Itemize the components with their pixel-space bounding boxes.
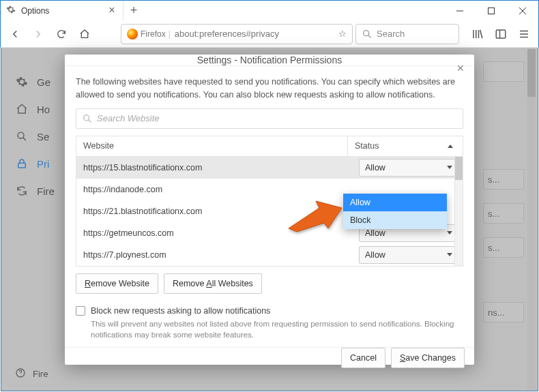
svg-line-9 [480, 30, 482, 38]
block-new-requests-row[interactable]: Block new requests asking to allow notif… [76, 306, 463, 316]
menu-button[interactable] [514, 24, 534, 44]
close-window-button[interactable] [507, 1, 538, 20]
svg-point-19 [84, 115, 89, 120]
status-select[interactable]: Allow [359, 159, 458, 177]
remove-website-button[interactable]: Remove Website [76, 273, 158, 294]
browser-tab[interactable]: Options × [1, 1, 123, 20]
forward-button[interactable] [28, 24, 48, 44]
status-value: Allow [365, 250, 385, 260]
minimize-button[interactable] [444, 1, 476, 20]
dropdown-option-block[interactable]: Block [343, 211, 447, 229]
identity-label: Firefox [141, 29, 166, 39]
new-tab-button[interactable]: + [123, 1, 144, 20]
titlebar: Options × + [0, 0, 539, 20]
save-changes-button[interactable]: Save Changes [391, 348, 465, 368]
dialog-footer: Cancel Save Changes [65, 347, 474, 368]
url-bar[interactable]: Firefox | about:preferences#privacy ☆ [121, 24, 353, 44]
svg-rect-10 [496, 30, 506, 38]
column-status[interactable]: Status [348, 136, 463, 156]
close-tab-icon[interactable]: × [106, 5, 117, 16]
caret-down-icon [447, 166, 452, 169]
scrollbar-thumb[interactable] [455, 157, 463, 180]
website-cell: https://15.blastnotificationx.com [76, 163, 355, 172]
svg-line-5 [368, 35, 371, 37]
cancel-button[interactable]: Cancel [341, 348, 385, 368]
bookmark-star-icon[interactable]: ☆ [338, 29, 347, 39]
block-new-requests-hint: This will prevent any websites not liste… [91, 318, 463, 340]
table-scrollbar[interactable] [454, 157, 463, 266]
svg-rect-1 [489, 7, 495, 14]
column-status-label: Status [355, 141, 379, 151]
checkbox[interactable] [76, 306, 85, 316]
url-text: about:preferences#privacy [175, 29, 334, 39]
sort-indicator-icon [448, 145, 453, 148]
table-row[interactable]: https://15.blastnotificationx.com Allow [76, 157, 463, 179]
back-button[interactable] [5, 24, 25, 44]
identity-box[interactable]: Firefox | [127, 29, 171, 40]
dialog-header: Settings - Notification Permissions ✕ [65, 55, 474, 66]
svg-line-20 [89, 119, 91, 122]
block-new-requests-label: Block new requests asking to allow notif… [91, 306, 270, 316]
status-value: Allow [365, 228, 385, 238]
caret-down-icon [447, 231, 452, 235]
status-dropdown: Allow Block [343, 194, 447, 229]
dialog-close-button[interactable]: ✕ [454, 61, 467, 75]
caret-down-icon [447, 253, 452, 256]
reload-button[interactable] [51, 24, 72, 44]
home-button[interactable] [74, 24, 95, 44]
dialog-title: Settings - Notification Permissions [197, 55, 342, 65]
remove-all-websites-button[interactable]: Remove All Websites [164, 273, 262, 294]
nav-toolbar: Firefox | about:preferences#privacy ☆ Se… [0, 20, 539, 48]
svg-point-4 [364, 30, 369, 35]
firefox-logo-icon [127, 29, 138, 40]
search-website-input[interactable] [97, 113, 457, 123]
table-header: Website Status [76, 136, 463, 157]
table-actions: Remove Website Remove All Websites [76, 273, 463, 294]
search-bar[interactable]: Search [355, 24, 459, 44]
search-website-field[interactable] [76, 108, 463, 129]
search-placeholder: Search [377, 29, 405, 39]
library-button[interactable] [467, 24, 488, 44]
dialog-description: The following websites have requested to… [76, 76, 463, 102]
table-row[interactable]: https://7.ploynest.com Allow [76, 244, 463, 266]
status-select[interactable]: Allow [359, 246, 458, 264]
sidebar-button[interactable] [491, 24, 511, 44]
tab-title: Options [21, 6, 101, 16]
website-cell: https://7.ploynest.com [76, 250, 355, 260]
status-value: Allow [365, 163, 385, 172]
settings-gear-icon [6, 5, 16, 16]
website-cell: https://getmeuncos.com [76, 228, 355, 238]
search-icon [362, 29, 373, 40]
maximize-button[interactable] [476, 1, 507, 20]
dropdown-option-allow[interactable]: Allow [343, 194, 447, 211]
column-website[interactable]: Website [76, 136, 348, 156]
website-cell: https://21.blastnotificationx.com [76, 207, 355, 216]
website-cell: https://indanode.com [76, 185, 355, 194]
window-controls [444, 1, 538, 20]
search-icon [82, 113, 93, 124]
